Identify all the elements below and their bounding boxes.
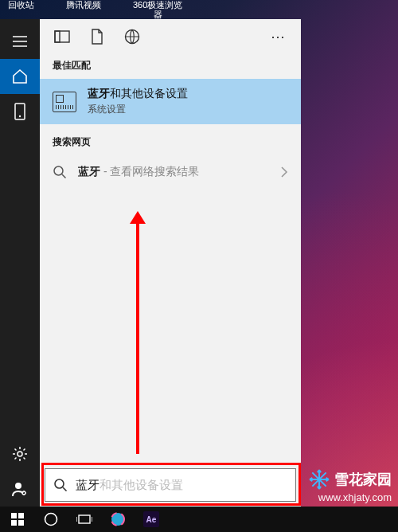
svg-rect-11 xyxy=(18,513,24,518)
ae-icon: Ae xyxy=(143,511,159,527)
taskbar-app-1[interactable] xyxy=(102,507,134,532)
watermark-brand: 雪花家园 xyxy=(334,470,392,489)
svg-point-8 xyxy=(54,166,63,175)
svg-rect-13 xyxy=(18,520,24,526)
taskbar: Ae xyxy=(0,507,398,532)
device-icon[interactable] xyxy=(0,94,40,129)
chevron-right-icon xyxy=(280,166,288,178)
best-match-label: 最佳匹配 xyxy=(40,54,301,79)
panel-spacer xyxy=(40,189,301,468)
search-web-label: 搜索网页 xyxy=(40,124,301,155)
cortana-button[interactable] xyxy=(35,507,67,532)
best-match-subtitle: 系统设置 xyxy=(88,101,188,116)
documents-filter-icon[interactable] xyxy=(81,21,113,53)
desktop-icon-recycle[interactable]: 回收站 xyxy=(8,0,34,19)
watermark-url: www.xhjaty.com xyxy=(318,491,392,503)
web-result-suffix: - 查看网络搜索结果 xyxy=(100,165,199,178)
settings-result-icon xyxy=(53,92,76,112)
apps-filter-icon[interactable] xyxy=(46,21,78,53)
search-icon xyxy=(53,478,68,492)
web-search-result[interactable]: 蓝牙 - 查看网络搜索结果 xyxy=(40,155,301,189)
svg-point-9 xyxy=(55,479,64,488)
taskbar-app-ae[interactable]: Ae xyxy=(135,507,167,532)
svg-point-2 xyxy=(18,452,22,456)
more-icon[interactable]: ⋯ xyxy=(263,21,295,53)
search-ghost-text: 和其他设备设置 xyxy=(100,478,183,491)
desktop-icon-360-browser[interactable]: 360极速浏览 器 xyxy=(133,0,182,19)
search-box[interactable]: 蓝牙和其他设备设置 xyxy=(45,468,296,502)
search-panel: ⋯ 最佳匹配 蓝牙和其他设备设置 系统设置 搜索网页 蓝牙 - 查看网络搜索结果… xyxy=(40,19,301,507)
svg-rect-15 xyxy=(79,515,90,523)
svg-point-3 xyxy=(15,483,21,489)
search-sidebar xyxy=(0,19,40,507)
web-result-text: 蓝牙 - 查看网络搜索结果 xyxy=(78,165,269,179)
svg-rect-6 xyxy=(55,31,60,42)
svg-rect-10 xyxy=(11,513,17,518)
svg-rect-5 xyxy=(55,31,69,42)
snowflake-icon xyxy=(309,469,330,490)
home-icon[interactable] xyxy=(0,59,40,94)
web-result-bold: 蓝牙 xyxy=(78,165,100,178)
svg-point-14 xyxy=(45,514,57,526)
watermark: 雪花家园 www.xhjaty.com xyxy=(309,469,392,503)
best-match-result[interactable]: 蓝牙和其他设备设置 系统设置 xyxy=(40,79,301,124)
filter-toolbar: ⋯ xyxy=(40,19,301,54)
web-filter-icon[interactable] xyxy=(116,21,148,53)
svg-point-4 xyxy=(22,491,25,495)
best-match-bold: 蓝牙 xyxy=(88,87,110,100)
svg-point-1 xyxy=(19,115,21,117)
start-button[interactable] xyxy=(2,507,33,532)
best-match-rest: 和其他设备设置 xyxy=(110,87,188,100)
search-input[interactable]: 蓝牙和其他设备设置 xyxy=(76,478,287,493)
search-typed-text: 蓝牙 xyxy=(76,478,100,491)
desktop-icon-tencent-video[interactable]: 腾讯视频 xyxy=(66,0,101,19)
best-match-text: 蓝牙和其他设备设置 系统设置 xyxy=(88,87,188,116)
hamburger-icon[interactable] xyxy=(0,24,40,59)
account-icon[interactable] xyxy=(0,471,40,507)
desktop-icon-row: 回收站 腾讯视频 360极速浏览 器 xyxy=(0,0,398,19)
task-view-button[interactable] xyxy=(68,507,100,532)
search-icon xyxy=(53,165,67,179)
gear-icon[interactable] xyxy=(0,436,40,471)
svg-rect-12 xyxy=(11,520,17,526)
annotation-arrow xyxy=(136,222,139,454)
